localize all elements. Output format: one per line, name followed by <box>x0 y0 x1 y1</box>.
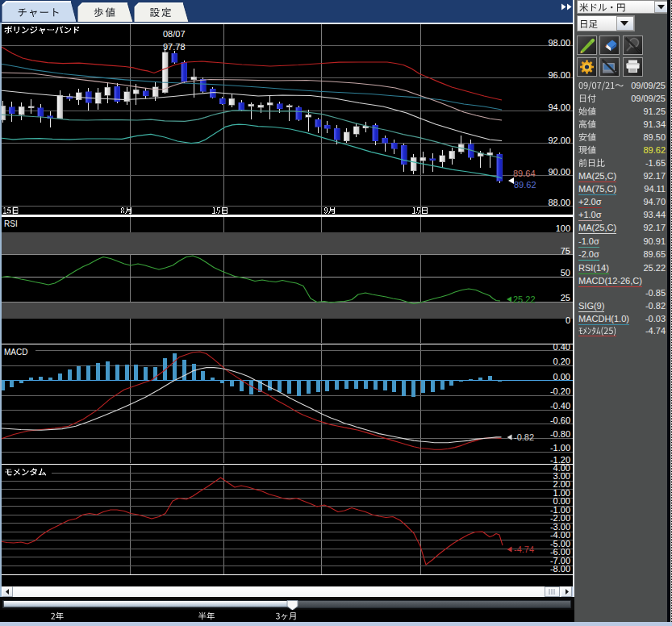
svg-text:08/07: 08/07 <box>163 29 186 39</box>
svg-text:98.00: 98.00 <box>548 38 570 48</box>
svg-text:25: 25 <box>561 293 570 303</box>
svg-text:89.62: 89.62 <box>514 180 536 190</box>
svg-text:25.22: 25.22 <box>513 294 536 304</box>
svg-text:-0.40: -0.40 <box>550 401 570 411</box>
svg-text:90.00: 90.00 <box>548 167 570 177</box>
svg-text:97.78: 97.78 <box>163 42 186 52</box>
svg-text:-0.80: -0.80 <box>550 429 570 439</box>
svg-text:75: 75 <box>561 246 570 256</box>
svg-text:89.64: 89.64 <box>513 169 536 178</box>
svg-text:96.00: 96.00 <box>548 70 570 80</box>
svg-text:0.00: 0.00 <box>553 372 570 382</box>
svg-text:-0.20: -0.20 <box>550 386 570 396</box>
svg-text:-0.60: -0.60 <box>550 415 570 425</box>
svg-text:-0.82: -0.82 <box>514 432 534 442</box>
svg-text:0: 0 <box>566 315 570 325</box>
svg-text:-1.00: -1.00 <box>550 443 570 453</box>
svg-text:50: 50 <box>561 268 570 278</box>
svg-text:88.00: 88.00 <box>548 198 570 207</box>
svg-text:92.00: 92.00 <box>548 136 570 145</box>
svg-text:94.00: 94.00 <box>548 102 570 112</box>
svg-text:MACD: MACD <box>4 348 27 357</box>
svg-text:-8.00: -8.00 <box>550 564 570 574</box>
svg-text:100: 100 <box>556 223 570 233</box>
svg-text:0.20: 0.20 <box>553 357 570 366</box>
svg-text:RSI: RSI <box>4 219 18 228</box>
svg-text:-4.74: -4.74 <box>514 545 534 554</box>
svg-text:0.40: 0.40 <box>553 342 570 352</box>
